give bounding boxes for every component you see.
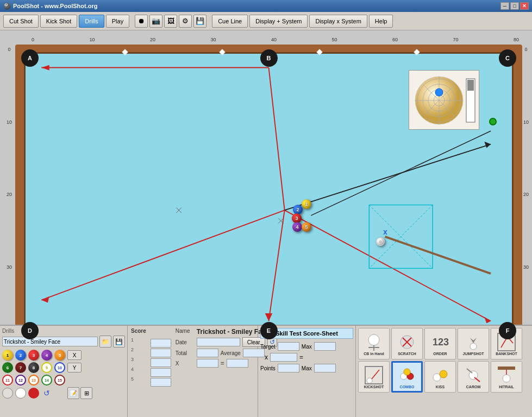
- ball-btn-13[interactable]: 13: [28, 375, 39, 386]
- maximize-button[interactable]: □: [510, 2, 519, 10]
- svg-line-7: [285, 210, 491, 321]
- left-ruler: 0 10 20 30 40: [4, 47, 14, 342]
- ball-btn-7[interactable]: 7: [15, 362, 26, 373]
- points-label: Points: [260, 365, 276, 371]
- kick-shot-button[interactable]: Kick Shot: [40, 15, 77, 28]
- svg-line-2: [269, 68, 285, 211]
- display-plus-system-button[interactable]: Display + System: [249, 15, 308, 28]
- x-input2[interactable]: [270, 353, 297, 362]
- drills-panel: Drills 📁 💾 1 2 3 4 5 X 6 7 8 9 10 Y 11 1…: [0, 326, 128, 417]
- score-input-2[interactable]: [151, 349, 171, 357]
- ball-btn-6[interactable]: 6: [2, 362, 13, 373]
- ball-btn-1[interactable]: 1: [2, 350, 13, 361]
- svg-point-40: [470, 343, 477, 350]
- x-label2: x: [265, 353, 268, 361]
- x-button[interactable]: X: [67, 350, 82, 360]
- drill-name-input[interactable]: [2, 337, 98, 346]
- note-button[interactable]: 📝: [67, 387, 79, 399]
- help-button[interactable]: Help: [369, 15, 393, 28]
- ball-btn-5[interactable]: 5: [54, 350, 65, 361]
- max-input1[interactable]: [314, 342, 336, 351]
- power-icon-button[interactable]: ⏺: [135, 15, 148, 28]
- pocket-b-label: B: [267, 55, 271, 61]
- pocket-f-label: F: [506, 327, 510, 334]
- display-x-system-button[interactable]: Display x System: [309, 15, 367, 28]
- main-area: 0 10 20 30 40 50 60 70 80 0 10 20 30 40 …: [0, 30, 532, 354]
- date-input[interactable]: [197, 338, 240, 346]
- ball-1[interactable]: 1: [302, 199, 311, 209]
- ball-btn-8[interactable]: 8: [28, 362, 39, 373]
- shot-type-panel: CB in Hand SCRATCH 123 ORDER JUMPSHOT BA…: [356, 326, 532, 417]
- pocket-b: B: [260, 49, 278, 67]
- max-input2[interactable]: [314, 364, 336, 372]
- cue-ball[interactable]: ○: [376, 237, 385, 246]
- close-button[interactable]: ✕: [520, 2, 529, 10]
- felt-surface[interactable]: A B C D E F 1: [24, 52, 514, 337]
- ball-btn-4[interactable]: 4: [41, 350, 52, 361]
- info-icon-button[interactable]: 🖼: [164, 15, 177, 28]
- grid-button[interactable]: ⊞: [80, 387, 92, 399]
- ball-row-1: 1 2 3 4 5 X: [2, 350, 125, 361]
- score-input-3[interactable]: [151, 358, 171, 367]
- shot-type-kickshot[interactable]: KICKSHOT: [358, 361, 390, 393]
- ball-btn-15[interactable]: 15: [54, 375, 65, 386]
- minimize-button[interactable]: ─: [500, 2, 509, 10]
- x-input[interactable]: [197, 359, 218, 368]
- ball-9[interactable]: [489, 118, 497, 125]
- score-input-4[interactable]: [151, 368, 171, 377]
- score-num-4: 4: [131, 364, 146, 374]
- pocket-d-label: D: [28, 327, 32, 334]
- ball-btn-special[interactable]: ↺: [41, 388, 52, 399]
- shot-type-hitrail[interactable]: HITRAIL: [491, 361, 522, 393]
- ball-4[interactable]: 4: [292, 222, 302, 232]
- score-num-1: 1: [131, 335, 146, 345]
- total-input[interactable]: [197, 349, 218, 357]
- x-label: X: [176, 361, 195, 367]
- ball-btn-10[interactable]: 10: [54, 362, 65, 373]
- ball-btn-9[interactable]: 9: [41, 362, 52, 373]
- pocket-e-label: E: [267, 327, 271, 334]
- svg-point-49: [404, 369, 410, 375]
- pocket-d: D: [21, 322, 39, 339]
- svg-line-15: [369, 205, 433, 268]
- pool-table-outer[interactable]: A B C D E F 1: [15, 45, 522, 344]
- ball-btn-empty[interactable]: [2, 388, 13, 399]
- score-input-5[interactable]: [151, 378, 171, 387]
- svg-point-56: [503, 375, 510, 382]
- svg-line-53: [467, 369, 472, 373]
- target-input[interactable]: [278, 342, 299, 351]
- play-button[interactable]: Play: [106, 15, 129, 28]
- shot-type-combo[interactable]: COMBO: [391, 361, 423, 393]
- shot-type-carom[interactable]: CAROM: [458, 361, 489, 393]
- drill-folder-button[interactable]: 📁: [99, 336, 111, 348]
- toolbar: Cut Shot Kick Shot Drills Play ⏺ 📷 🖼 ⚙ 💾…: [0, 12, 532, 30]
- cue-line-button[interactable]: Cue Line: [212, 15, 248, 28]
- ball-5[interactable]: 5: [302, 222, 311, 232]
- top-ruler: 0 10 20 30 40 50 60 70 80: [32, 35, 519, 45]
- cut-shot-button[interactable]: Cut Shot: [3, 15, 39, 28]
- ball-btn-12[interactable]: 12: [15, 375, 26, 386]
- ball-btn-3[interactable]: 3: [28, 350, 39, 361]
- ball-btn-2[interactable]: 2: [15, 350, 26, 361]
- svg-rect-32: [467, 80, 474, 91]
- shot-type-kiss[interactable]: KISS: [424, 361, 456, 393]
- svg-line-54: [474, 377, 480, 382]
- points-input[interactable]: [278, 364, 299, 372]
- ball-btn-14[interactable]: 14: [41, 375, 52, 386]
- pocket-f: F: [499, 322, 516, 339]
- score-inputs: [151, 328, 171, 387]
- ball-btn-11[interactable]: 11: [2, 375, 13, 386]
- window-title: PoolShot - www.PoolShot.org: [13, 3, 97, 9]
- svg-point-51: [440, 370, 447, 378]
- y-button[interactable]: Y: [67, 363, 82, 372]
- drill-save-button[interactable]: 💾: [113, 336, 125, 348]
- save-icon-button[interactable]: 💾: [193, 15, 206, 28]
- drills-button[interactable]: Drills: [79, 15, 104, 28]
- score-input-1[interactable]: [151, 339, 171, 348]
- x-result-input[interactable]: [227, 359, 248, 368]
- settings-icon-button[interactable]: ⚙: [179, 15, 192, 28]
- ball-btn-white[interactable]: [15, 388, 26, 399]
- ball-row-3: 11 12 13 14 15: [2, 375, 125, 386]
- camera-icon-button[interactable]: 📷: [149, 15, 162, 28]
- ball-btn-red[interactable]: [28, 388, 39, 399]
